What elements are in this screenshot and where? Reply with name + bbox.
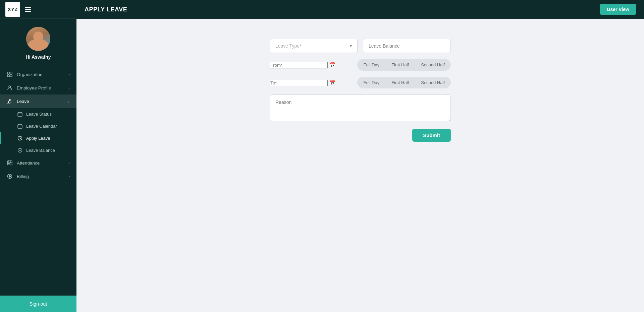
leave-status-icon bbox=[17, 111, 23, 117]
svg-rect-7 bbox=[18, 125, 22, 128]
sidebar-item-label-attendance: Attendance bbox=[17, 161, 40, 166]
to-date-group: 📅 bbox=[270, 79, 352, 86]
from-calendar-icon: 📅 bbox=[329, 62, 336, 68]
reason-textarea[interactable] bbox=[270, 95, 451, 121]
billing-icon bbox=[7, 173, 13, 179]
leave-type-group: Leave Type* ▼ bbox=[270, 39, 358, 53]
leave-balance-icon bbox=[17, 147, 23, 153]
leave-balance-group bbox=[363, 39, 451, 53]
chevron-down-icon: ⌄ bbox=[67, 99, 70, 104]
sidebar: XYZ Hi Aswathy Organization bbox=[0, 0, 76, 312]
from-date-group: 📅 bbox=[270, 62, 352, 68]
avatar bbox=[26, 27, 50, 51]
svg-point-4 bbox=[9, 86, 11, 88]
sidebar-item-billing[interactable]: Billing › bbox=[0, 170, 76, 183]
to-full-day-button[interactable]: Full Day bbox=[357, 77, 385, 88]
from-second-half-button[interactable]: Second Half bbox=[415, 59, 451, 71]
logo: XYZ bbox=[5, 2, 20, 17]
sidebar-header: XYZ bbox=[0, 0, 76, 19]
to-first-half-button[interactable]: First Half bbox=[385, 77, 415, 88]
sidebar-item-leave-balance[interactable]: Leave Balance bbox=[0, 144, 76, 156]
sidebar-item-employee-profile[interactable]: Employee Profile › bbox=[0, 81, 76, 95]
user-view-button[interactable]: User View bbox=[600, 4, 636, 15]
hamburger-menu[interactable] bbox=[25, 7, 31, 12]
from-date-input[interactable] bbox=[270, 62, 328, 68]
form-row-leave-type: Leave Type* ▼ bbox=[270, 39, 451, 53]
sidebar-item-apply-leave[interactable]: Apply Leave bbox=[0, 132, 76, 144]
leave-status-label: Leave Status bbox=[26, 112, 52, 117]
sidebar-item-label-organization: Organization bbox=[17, 72, 43, 77]
sidebar-item-attendance[interactable]: Attendance › bbox=[0, 156, 76, 170]
apply-leave-label: Apply Leave bbox=[26, 136, 50, 141]
profile-section: Hi Aswathy bbox=[0, 19, 76, 65]
submit-row: Submit bbox=[270, 129, 451, 142]
to-half-day-group: Full Day First Half Second Half bbox=[357, 77, 451, 88]
organization-icon bbox=[7, 71, 13, 77]
chevron-right-icon-3: › bbox=[68, 161, 70, 165]
svg-rect-0 bbox=[7, 72, 9, 74]
svg-point-9 bbox=[19, 127, 20, 127]
greeting-label: Hi Aswathy bbox=[26, 54, 51, 60]
employee-profile-icon bbox=[7, 85, 13, 91]
svg-rect-1 bbox=[10, 72, 12, 74]
leave-balance-label: Leave Balance bbox=[26, 148, 55, 153]
svg-point-8 bbox=[19, 127, 19, 127]
submit-button[interactable]: Submit bbox=[412, 129, 451, 142]
to-date-input[interactable] bbox=[270, 80, 328, 86]
leave-calendar-label: Leave Calendar bbox=[26, 124, 57, 129]
from-first-half-button[interactable]: First Half bbox=[385, 59, 415, 71]
svg-rect-3 bbox=[10, 75, 12, 77]
page-title: APPLY LEAVE bbox=[85, 6, 127, 13]
sidebar-item-label-employee-profile: Employee Profile bbox=[17, 85, 51, 90]
to-calendar-icon: 📅 bbox=[329, 80, 336, 85]
leave-calendar-icon bbox=[17, 123, 23, 129]
svg-rect-6 bbox=[18, 113, 22, 116]
from-date-row: 📅 Full Day First Half Second Half bbox=[270, 59, 451, 71]
chevron-right-icon-4: › bbox=[68, 174, 70, 178]
apply-leave-form: Leave Type* ▼ 📅 Full Day First Half Seco bbox=[270, 39, 451, 142]
svg-rect-2 bbox=[7, 75, 9, 77]
reason-group bbox=[270, 95, 451, 123]
svg-point-10 bbox=[20, 127, 21, 127]
leave-icon bbox=[7, 98, 13, 104]
to-date-row: 📅 Full Day First Half Second Half bbox=[270, 77, 451, 88]
leave-balance-input[interactable] bbox=[363, 39, 451, 53]
topbar: APPLY LEAVE User View bbox=[76, 0, 644, 19]
main-content: APPLY LEAVE User View Leave Type* ▼ bbox=[76, 0, 644, 312]
sidebar-item-label-billing: Billing bbox=[17, 174, 29, 179]
apply-leave-icon bbox=[17, 135, 23, 141]
content-area: Leave Type* ▼ 📅 Full Day First Half Seco bbox=[76, 19, 644, 312]
from-full-day-button[interactable]: Full Day bbox=[357, 59, 385, 71]
sidebar-item-leave-status[interactable]: Leave Status bbox=[0, 108, 76, 120]
svg-rect-13 bbox=[7, 161, 12, 165]
chevron-right-icon-2: › bbox=[68, 86, 70, 90]
svg-point-12 bbox=[18, 148, 22, 152]
sign-out-button[interactable]: Sign-out bbox=[0, 296, 76, 312]
sidebar-item-leave[interactable]: Leave ⌄ bbox=[0, 95, 76, 108]
leave-type-select[interactable]: Leave Type* bbox=[270, 39, 358, 53]
sidebar-item-organization[interactable]: Organization › bbox=[0, 68, 76, 81]
to-second-half-button[interactable]: Second Half bbox=[415, 77, 451, 88]
nav-menu: Organization › Employee Profile › bbox=[0, 65, 76, 296]
sidebar-item-leave-calendar[interactable]: Leave Calendar bbox=[0, 120, 76, 132]
attendance-icon bbox=[7, 160, 13, 166]
sidebar-item-label-leave: Leave bbox=[17, 99, 29, 104]
from-half-day-group: Full Day First Half Second Half bbox=[357, 59, 451, 71]
chevron-right-icon: › bbox=[68, 72, 70, 76]
